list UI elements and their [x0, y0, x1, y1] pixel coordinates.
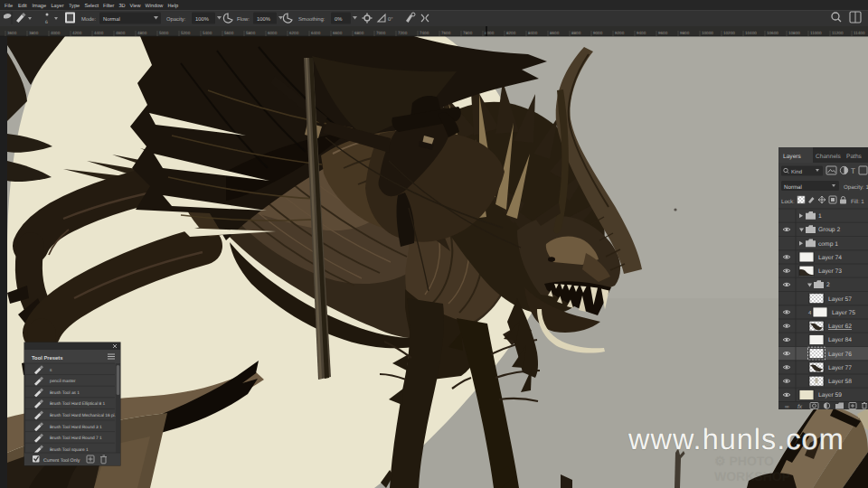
svg-text:Layer 73: Layer 73	[818, 268, 842, 275]
svg-text:Window: Window	[146, 3, 165, 9]
svg-text:Layers: Layers	[783, 154, 801, 160]
svg-text:Opacity: 1: Opacity: 1	[844, 184, 868, 191]
svg-text:5600: 5600	[224, 31, 234, 35]
svg-text:Channels: Channels	[816, 154, 842, 160]
svg-text:Kind: Kind	[791, 169, 802, 175]
svg-text:3D: 3D	[119, 4, 126, 9]
svg-text:100%: 100%	[257, 16, 270, 23]
svg-text:Opacity:: Opacity:	[166, 16, 186, 23]
svg-text:11200: 11200	[832, 31, 844, 35]
svg-text:4000: 4000	[51, 31, 61, 35]
svg-text:10800: 10800	[788, 31, 800, 35]
svg-text:2: 2	[826, 282, 830, 288]
svg-text:9000: 9000	[593, 31, 603, 35]
svg-text:6800: 6800	[354, 31, 364, 35]
svg-text:9600: 9600	[658, 31, 668, 35]
svg-text:⚙ PHOTO: ⚙ PHOTO	[714, 454, 774, 468]
svg-text:7200: 7200	[398, 31, 408, 35]
svg-text:Normal: Normal	[103, 16, 120, 23]
svg-text:6600: 6600	[333, 31, 343, 35]
svg-text:Group 2: Group 2	[818, 227, 840, 233]
svg-text:11000: 11000	[810, 31, 822, 35]
svg-text:Image: Image	[33, 4, 47, 9]
svg-text:www.hunls.com: www.hunls.com	[627, 423, 844, 455]
svg-text:5400: 5400	[203, 31, 212, 35]
svg-text:comp 1: comp 1	[818, 241, 838, 248]
svg-text:Lock:: Lock:	[781, 199, 795, 205]
svg-text:9200: 9200	[615, 31, 625, 35]
svg-text:8200: 8200	[506, 31, 516, 35]
svg-text:Filter: Filter	[103, 3, 115, 9]
svg-text:8600: 8600	[550, 31, 560, 35]
svg-text:Edit: Edit	[18, 3, 27, 9]
svg-text:Brush Tool Hard Round 7 1: Brush Tool Hard Round 7 1	[50, 436, 102, 441]
svg-text:Layer 59: Layer 59	[818, 392, 842, 399]
svg-text:4400: 4400	[94, 31, 104, 35]
svg-text:9800: 9800	[680, 31, 690, 35]
svg-text:7800: 7800	[463, 31, 473, 35]
svg-text:6200: 6200	[289, 31, 299, 35]
svg-text:3600: 3600	[7, 31, 17, 35]
svg-text:Layer: Layer	[52, 4, 64, 9]
svg-text:WORKSHOP: WORKSHOP	[714, 469, 790, 483]
svg-text:Layer 77: Layer 77	[828, 365, 852, 371]
svg-text:9400: 9400	[637, 31, 646, 35]
svg-text:5000: 5000	[159, 31, 169, 35]
svg-text:Smoothing:: Smoothing:	[298, 16, 326, 23]
svg-text:Brush Tool Hard Round 3 1: Brush Tool Hard Round 3 1	[50, 425, 102, 430]
svg-text:Paths: Paths	[846, 154, 863, 160]
svg-text:10400: 10400	[745, 31, 757, 35]
svg-text:fx: fx	[797, 404, 803, 410]
svg-text:Layer 74: Layer 74	[818, 255, 842, 261]
svg-text:Type: Type	[69, 4, 80, 9]
svg-text:Select: Select	[85, 3, 99, 9]
svg-text:Layer 62: Layer 62	[828, 324, 852, 330]
svg-text:View: View	[130, 3, 142, 9]
svg-text:T: T	[851, 167, 855, 175]
svg-text:4200: 4200	[72, 31, 82, 35]
svg-text:6000: 6000	[268, 31, 278, 35]
svg-text:Layer 84: Layer 84	[828, 337, 852, 343]
svg-text:0°: 0°	[388, 16, 393, 23]
svg-text:Layer 76: Layer 76	[828, 352, 852, 358]
svg-text:0%: 0%	[335, 16, 342, 23]
svg-text:10600: 10600	[767, 31, 778, 35]
svg-text:File: File	[5, 3, 13, 9]
svg-text:7600: 7600	[441, 31, 451, 35]
svg-text:5800: 5800	[246, 31, 256, 35]
svg-text:Current Tool Only: Current Tool Only	[43, 458, 80, 464]
svg-text:Layer 75: Layer 75	[832, 310, 855, 316]
svg-text:6: 6	[45, 20, 48, 25]
svg-text:5200: 5200	[181, 31, 191, 35]
svg-text:7000: 7000	[376, 31, 386, 35]
svg-text:1: 1	[818, 213, 822, 220]
svg-text:Layer 57: Layer 57	[828, 296, 852, 303]
svg-text:11400: 11400	[854, 31, 865, 35]
svg-text:10000: 10000	[702, 31, 713, 35]
svg-text:Brush Tool Hard Elliptical 8 1: Brush Tool Hard Elliptical 8 1	[50, 401, 106, 407]
svg-text:8800: 8800	[571, 31, 581, 35]
svg-text:Normal: Normal	[784, 184, 802, 191]
svg-text:Brush Tool square 1: Brush Tool square 1	[50, 447, 89, 453]
svg-text:100%: 100%	[195, 16, 209, 23]
svg-text:Brush Tool as 1: Brush Tool as 1	[50, 390, 80, 396]
svg-text:10200: 10200	[723, 31, 735, 35]
svg-text:4600: 4600	[116, 31, 126, 35]
svg-text:6400: 6400	[311, 31, 321, 35]
svg-text:Flow:: Flow:	[237, 16, 250, 23]
svg-text:4800: 4800	[137, 31, 147, 35]
svg-text:Help: Help	[168, 3, 179, 9]
svg-text:Mode:: Mode:	[81, 16, 97, 23]
svg-text:Layer 58: Layer 58	[828, 379, 852, 385]
svg-text:Brush Tool Hard Mechanical 16: Brush Tool Hard Mechanical 16 pi..	[50, 413, 117, 418]
svg-text:∞: ∞	[785, 404, 789, 410]
svg-text:3800: 3800	[29, 31, 39, 35]
svg-text:Tool Presets: Tool Presets	[32, 355, 62, 361]
svg-text:8400: 8400	[528, 31, 538, 35]
svg-text:Fill: 1: Fill: 1	[851, 199, 864, 205]
svg-text:pencil master: pencil master	[50, 379, 76, 384]
svg-text:7400: 7400	[420, 31, 429, 35]
